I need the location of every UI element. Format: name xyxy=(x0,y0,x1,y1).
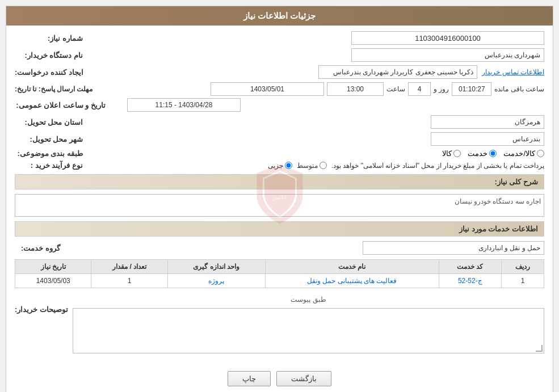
shahr-label: شهر محل تحویل: xyxy=(15,135,83,144)
col-radif: ردیف xyxy=(502,260,544,274)
khadamat-section: اطلاعات خدمات مورد نیاز xyxy=(15,221,544,237)
tosih-label: توصیحات خریدار: xyxy=(15,305,68,314)
table-row: 1 ج-52-52 فعالیت های پشتیبانی حمل ونقل پ… xyxy=(15,274,544,288)
shahr-input[interactable] xyxy=(431,132,544,146)
cell-name: فعالیت های پشتیبانی حمل ونقل xyxy=(265,274,439,288)
tabaqebandi-radio-group: کالا/خدمت خدمت کالا xyxy=(442,149,544,158)
tarikh-elan-input[interactable] xyxy=(127,98,241,112)
radio-motavaset[interactable]: متوسط xyxy=(297,162,327,170)
shomare-niaz-label: شماره نیاز: xyxy=(15,34,83,43)
radio-khedmat[interactable]: خدمت xyxy=(468,149,497,158)
footer-buttons: بازگشت چاپ xyxy=(6,363,553,392)
shomare-niaz-input[interactable] xyxy=(351,31,544,45)
saat-input[interactable] xyxy=(327,82,384,96)
print-button[interactable]: چاپ xyxy=(228,371,271,386)
grooh-khedmat-input[interactable] xyxy=(363,241,544,255)
ijad-konande-input[interactable] xyxy=(318,65,477,79)
ijad-konande-label: ایجاد کننده درخواست: xyxy=(15,68,83,77)
radio-kala-khedmat[interactable]: کالا/خدمت xyxy=(503,149,544,158)
grooh-label: گروه خدمت: xyxy=(15,244,60,252)
cell-radif: 1 xyxy=(502,274,544,288)
process-desc: پرداخت تمام یا بخشی از مبلغ خریدار از مح… xyxy=(331,162,544,170)
ostan-input[interactable] xyxy=(431,115,544,129)
sharh-koli-section: شرح کلی نیاز: xyxy=(15,174,544,189)
tarikh-elan-label: تاریخ و ساعت اعلان عمومی: xyxy=(15,101,106,109)
cell-tedad: 1 xyxy=(91,274,167,288)
radio-kala[interactable]: کالا xyxy=(442,149,461,158)
buyer-notes-area[interactable] xyxy=(73,308,544,353)
nam-dastgah-label: نام دستگاه خریدار: xyxy=(15,51,83,60)
cell-vahed: پروژه xyxy=(167,274,265,288)
tabaqebandi-label: طبقه بندی موضوعی: xyxy=(15,149,83,158)
ostan-label: استان محل تحویل: xyxy=(15,118,83,127)
timer-input[interactable] xyxy=(452,82,491,96)
services-table: ردیف کد خدمت نام خدمت واحد اندازه گیری ت… xyxy=(15,259,544,288)
rooz-input[interactable] xyxy=(408,82,431,96)
cell-tarikh: 1403/05/03 xyxy=(15,274,91,288)
page-title: جزئیات اطلاعات نیاز xyxy=(6,6,553,26)
col-name: نام خدمت xyxy=(265,260,439,274)
sharh-koli-textarea[interactable]: اجاره سه دستگاه خودرو نیسان xyxy=(15,194,544,217)
no-farayand-label: نوع فرآیند خرید : xyxy=(15,161,83,170)
col-tedad: تعداد / مقدار xyxy=(91,260,167,274)
cell-kod: ج-52-52 xyxy=(439,274,501,288)
saat-label: ساعت xyxy=(386,85,405,93)
col-vahed: واحد اندازه گیری xyxy=(167,260,265,274)
date-input[interactable] xyxy=(211,82,324,96)
col-tarikh: تاریخ نیاز xyxy=(15,260,91,274)
radio-jozyi[interactable]: جزیی xyxy=(268,162,292,170)
mohlat-label: مهلت ارسال پاسخ: تا تاریخ: xyxy=(15,85,93,93)
ettelaat-tamas-link[interactable]: اطلاعات تماس خریدار xyxy=(482,68,544,76)
rooz-label: روز و xyxy=(434,85,449,93)
tosih-attach-label: طبق پیوست xyxy=(73,294,544,305)
back-button[interactable]: بازگشت xyxy=(276,371,331,386)
col-kod: کد خدمت xyxy=(439,260,501,274)
nam-dastgah-input[interactable] xyxy=(351,48,544,62)
mandeh-label: ساعت باقی مانده xyxy=(494,85,544,93)
